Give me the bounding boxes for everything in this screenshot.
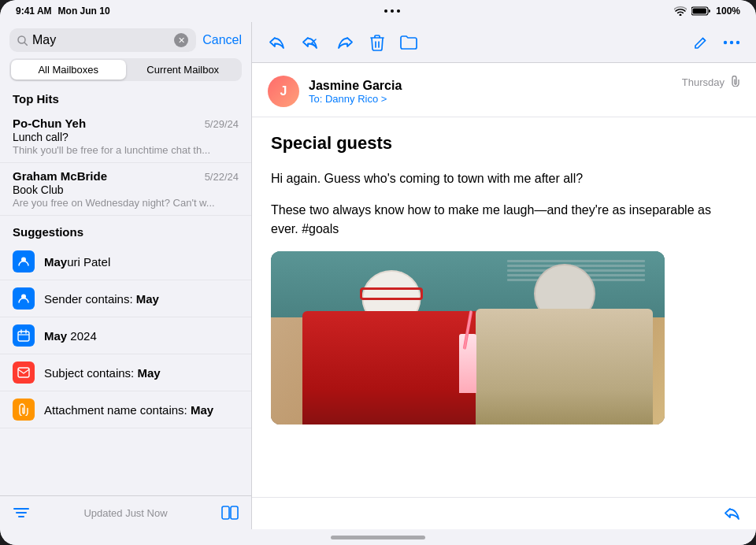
email-body: Special guests Hi again. Guess who's com… — [252, 117, 756, 497]
wifi-icon — [674, 6, 687, 16]
status-bar-left: 9:41 AM Mon Jun 10 — [16, 6, 110, 17]
cancel-button[interactable]: Cancel — [202, 33, 242, 47]
reply-all-button[interactable] — [301, 35, 321, 50]
suggestion-item-2[interactable]: May 2024 — [0, 317, 251, 354]
suggestion-text-3: Subject contains: May — [44, 366, 161, 380]
compose-button[interactable] — [693, 35, 709, 50]
footer-status: Updated Just Now — [83, 507, 167, 519]
suggestion-item-0[interactable]: Mayuri Patel — [0, 243, 251, 280]
email-preview-1: Are you free on Wednesday night? Can't w… — [13, 197, 217, 209]
email-date-1: 5/22/24 — [205, 171, 239, 183]
reply-button[interactable] — [268, 35, 285, 50]
search-clear-button[interactable]: ✕ — [174, 33, 188, 47]
dot3 — [397, 9, 400, 13]
home-bar — [331, 536, 425, 539]
email-subject-large: Special guests — [271, 133, 737, 154]
calendar-icon-2 — [13, 324, 35, 347]
columns-icon[interactable] — [221, 506, 239, 520]
person-icon-0 — [13, 250, 35, 272]
suggestion-item-4[interactable]: Attachment name contains: May — [0, 391, 251, 428]
glasses-left — [360, 287, 423, 300]
email-detail: J Jasmine Garcia To: Danny Rico > Thursd… — [252, 22, 756, 529]
email-detail-header: J Jasmine Garcia To: Danny Rico > Thursd… — [252, 63, 756, 117]
svg-rect-15 — [231, 506, 238, 519]
svg-rect-6 — [18, 332, 29, 341]
suggestions-header: Suggestions — [0, 222, 251, 243]
status-bar-center — [384, 9, 400, 13]
email-detail-footer — [252, 497, 756, 529]
svg-point-16 — [724, 40, 727, 43]
email-item-1[interactable]: Graham McBride 5/22/24 Book Club Are you… — [0, 163, 251, 216]
sender-to[interactable]: To: Danny Rico > — [309, 93, 402, 105]
all-mailboxes-tab[interactable]: All Mailboxes — [11, 60, 126, 80]
svg-line-3 — [24, 43, 28, 46]
dot1 — [384, 9, 387, 13]
battery-icon — [691, 6, 711, 16]
main-content: May ✕ Cancel All Mailboxes Current Mailb… — [0, 22, 756, 529]
sender-name: Jasmine Garcia — [309, 79, 402, 93]
email-body-text-1: Hi again. Guess who's coming to town wit… — [271, 169, 737, 188]
email-item-0[interactable]: Po-Chun Yeh 5/29/24 Lunch call? Think yo… — [0, 110, 251, 163]
sender-avatar: J — [268, 76, 299, 107]
email-header-1: Graham McBride 5/22/24 — [13, 169, 239, 183]
delete-button[interactable] — [370, 34, 384, 51]
top-hits-header: Top Hits — [0, 89, 251, 110]
svg-rect-1 — [693, 9, 707, 14]
email-meta: Thursday — [682, 76, 740, 89]
suggestion-text-0: Mayuri Patel — [44, 255, 110, 269]
attach-icon-4 — [13, 399, 35, 421]
person-right — [476, 265, 653, 425]
toolbar-right — [693, 35, 740, 50]
email-sender-0: Po-Chun Yeh — [13, 117, 86, 130]
jacket-left — [302, 311, 480, 425]
sidebar: May ✕ Cancel All Mailboxes Current Mailb… — [0, 22, 252, 529]
search-icon — [17, 35, 28, 46]
svg-rect-14 — [222, 506, 229, 519]
move-folder-button[interactable] — [400, 35, 417, 50]
search-input-text: May — [32, 33, 169, 47]
suggestion-text-2: May 2024 — [44, 329, 97, 343]
dot2 — [391, 9, 394, 13]
email-toolbar — [252, 22, 756, 63]
milkshake — [459, 334, 476, 393]
photo-simulation — [271, 251, 665, 425]
more-button[interactable] — [723, 40, 740, 45]
suggestion-item-1[interactable]: Sender contains: May — [0, 280, 251, 317]
email-header-0: Po-Chun Yeh 5/29/24 — [13, 117, 239, 130]
battery-label: 100% — [716, 6, 740, 17]
person-icon-1 — [13, 287, 35, 310]
jacket-right — [476, 309, 653, 425]
svg-point-17 — [730, 40, 733, 43]
sender-details: Jasmine Garcia To: Danny Rico > — [309, 79, 402, 105]
mailbox-segmented-control: All Mailboxes Current Mailbox — [9, 58, 242, 81]
svg-rect-10 — [18, 368, 29, 377]
search-bar: May ✕ Cancel — [0, 22, 251, 58]
mail-icon-3 — [13, 361, 35, 384]
suggestion-text-4: Attachment name contains: May — [44, 403, 213, 417]
reply-footer-button[interactable] — [723, 506, 740, 521]
email-timestamp: Thursday — [682, 76, 724, 88]
email-image — [271, 251, 665, 425]
suggestions-section: Suggestions Mayuri Patel — [0, 222, 251, 428]
svg-point-18 — [736, 40, 739, 43]
email-subject-0: Lunch call? — [13, 131, 239, 143]
status-time: 9:41 AM — [16, 6, 52, 17]
email-date-0: 5/29/24 — [205, 118, 239, 130]
email-body-text-2: These two always know how to make me lau… — [271, 201, 737, 239]
sender-info: J Jasmine Garcia To: Danny Rico > — [268, 76, 402, 107]
suggestion-item-3[interactable]: Subject contains: May — [0, 354, 251, 391]
filter-icon[interactable] — [13, 506, 30, 520]
search-input-container[interactable]: May ✕ — [9, 28, 196, 52]
toolbar-left — [268, 34, 417, 51]
ipad-frame: 9:41 AM Mon Jun 10 100% — [0, 0, 756, 545]
home-indicator — [0, 529, 756, 545]
status-bar: 9:41 AM Mon Jun 10 100% — [0, 0, 756, 22]
status-bar-right: 100% — [674, 6, 740, 17]
suggestion-text-1: Sender contains: May — [44, 292, 159, 306]
email-subject-1: Book Club — [13, 184, 239, 196]
email-preview-0: Think you'll be free for a lunchtime cha… — [13, 144, 217, 156]
forward-button[interactable] — [337, 35, 354, 50]
email-sender-1: Graham McBride — [13, 169, 107, 183]
person-left — [302, 272, 480, 425]
current-mailbox-tab[interactable]: Current Mailbox — [126, 60, 241, 80]
